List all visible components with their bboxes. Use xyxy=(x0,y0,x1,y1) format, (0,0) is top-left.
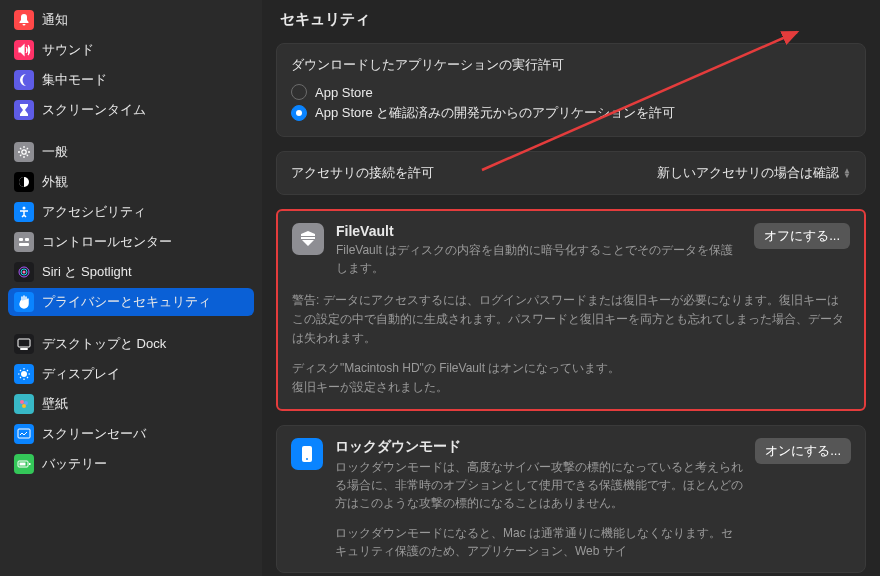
sidebar-item-wall[interactable]: 壁紙 xyxy=(8,390,254,418)
display-icon xyxy=(14,364,34,384)
sidebar-item-label: コントロールセンター xyxy=(42,233,172,251)
sidebar-item-saver[interactable]: スクリーンセーバ xyxy=(8,420,254,448)
sidebar-item-battery[interactable]: バッテリー xyxy=(8,450,254,478)
svg-point-14 xyxy=(22,404,26,408)
cc-icon xyxy=(14,232,34,252)
radio-label: App Store xyxy=(315,85,373,100)
sound-icon xyxy=(14,40,34,60)
main-content: セキュリティ ダウンロードしたアプリケーションの実行許可 App Store A… xyxy=(262,0,880,576)
svg-rect-10 xyxy=(20,348,28,350)
svg-rect-17 xyxy=(29,463,31,465)
lockdown-icon xyxy=(291,438,323,470)
svg-rect-15 xyxy=(18,429,30,438)
hand-icon xyxy=(14,292,34,312)
sidebar-item-moon[interactable]: 集中モード xyxy=(8,66,254,94)
radio-identified-dev[interactable]: App Store と確認済みの開発元からのアプリケーションを許可 xyxy=(291,102,851,124)
access-icon xyxy=(14,202,34,222)
chevron-updown-icon: ▲▼ xyxy=(843,168,851,178)
sidebar-item-cc[interactable]: コントロールセンター xyxy=(8,228,254,256)
sidebar-item-sound[interactable]: サウンド xyxy=(8,36,254,64)
bell-icon xyxy=(14,10,34,30)
download-heading: ダウンロードしたアプリケーションの実行許可 xyxy=(291,56,851,74)
svg-point-8 xyxy=(23,271,26,274)
lockdown-title: ロックダウンモード xyxy=(335,438,743,456)
radio-circle xyxy=(291,84,307,100)
filevault-warning: 警告: データにアクセスするには、ログインパスワードまたは復旧キーが必要になりま… xyxy=(292,291,850,349)
radio-label: App Store と確認済みの開発元からのアプリケーションを許可 xyxy=(315,104,675,122)
sidebar-item-label: 壁紙 xyxy=(42,395,68,413)
filevault-status1: ディスク"Macintosh HD"の FileVault はオンになっています… xyxy=(292,359,850,378)
sidebar-item-label: スクリーンセーバ xyxy=(42,425,146,443)
lockdown-note: ロックダウンモードになると、Mac は通常通りに機能しなくなります。セキュリティ… xyxy=(335,524,743,560)
sidebar-item-gear[interactable]: 一般 xyxy=(8,138,254,166)
sidebar-item-appear[interactable]: 外観 xyxy=(8,168,254,196)
lockdown-desc: ロックダウンモードは、高度なサイバー攻撃の標的になっていると考えられる場合に、非… xyxy=(335,458,743,512)
sidebar-item-label: サウンド xyxy=(42,41,94,59)
filevault-icon xyxy=(292,223,324,255)
sidebar-item-label: スクリーンタイム xyxy=(42,101,146,119)
svg-point-21 xyxy=(306,458,308,460)
sidebar-item-hourglass[interactable]: スクリーンタイム xyxy=(8,96,254,124)
filevault-panel: FileVault FileVault はディスクの内容を自動的に暗号化すること… xyxy=(276,209,866,411)
lockdown-toggle-button[interactable]: オンにする... xyxy=(755,438,851,464)
wall-icon xyxy=(14,394,34,414)
sidebar-item-label: アクセシビリティ xyxy=(42,203,146,221)
sidebar-item-display[interactable]: ディスプレイ xyxy=(8,360,254,388)
filevault-toggle-button[interactable]: オフにする... xyxy=(754,223,850,249)
filevault-title: FileVault xyxy=(336,223,742,239)
lockdown-panel: ロックダウンモード ロックダウンモードは、高度なサイバー攻撃の標的になっていると… xyxy=(276,425,866,573)
radio-circle-selected xyxy=(291,105,307,121)
svg-point-11 xyxy=(21,371,27,377)
hourglass-icon xyxy=(14,100,34,120)
radio-app-store[interactable]: App Store xyxy=(291,82,851,102)
filevault-status2: 復旧キーが設定されました。 xyxy=(292,378,850,397)
gear-icon xyxy=(14,142,34,162)
accessory-select[interactable]: 新しいアクセサリの場合は確認 ▲▼ xyxy=(657,164,851,182)
dock-icon xyxy=(14,334,34,354)
sidebar-item-bell[interactable]: 通知 xyxy=(8,6,254,34)
filevault-desc: FileVault はディスクの内容を自動的に暗号化することでそのデータを保護し… xyxy=(336,241,742,277)
svg-point-12 xyxy=(20,400,24,404)
sidebar-item-label: 通知 xyxy=(42,11,68,29)
svg-point-0 xyxy=(22,150,26,154)
accessory-value: 新しいアクセサリの場合は確認 xyxy=(657,164,839,182)
sidebar-item-label: 一般 xyxy=(42,143,68,161)
sidebar: 通知サウンド集中モードスクリーンタイム一般外観アクセシビリティコントロールセンタ… xyxy=(0,0,262,576)
sidebar-item-hand[interactable]: プライバシーとセキュリティ xyxy=(8,288,254,316)
svg-rect-4 xyxy=(25,238,29,241)
svg-rect-3 xyxy=(19,238,23,241)
svg-rect-5 xyxy=(19,243,29,246)
sidebar-item-dock[interactable]: デスクトップと Dock xyxy=(8,330,254,358)
accessory-label: アクセサリの接続を許可 xyxy=(291,164,434,182)
sidebar-item-label: 外観 xyxy=(42,173,68,191)
moon-icon xyxy=(14,70,34,90)
sidebar-item-label: デスクトップと Dock xyxy=(42,335,166,353)
sidebar-item-label: バッテリー xyxy=(42,455,107,473)
sidebar-item-access[interactable]: アクセシビリティ xyxy=(8,198,254,226)
accessory-panel: アクセサリの接続を許可 新しいアクセサリの場合は確認 ▲▼ xyxy=(276,151,866,195)
sidebar-item-siri[interactable]: Siri と Spotlight xyxy=(8,258,254,286)
appear-icon xyxy=(14,172,34,192)
download-panel: ダウンロードしたアプリケーションの実行許可 App Store App Stor… xyxy=(276,43,866,137)
page-title: セキュリティ xyxy=(276,0,866,43)
sidebar-item-label: Siri と Spotlight xyxy=(42,263,132,281)
svg-rect-18 xyxy=(20,463,26,466)
svg-rect-9 xyxy=(18,339,30,347)
battery-icon xyxy=(14,454,34,474)
siri-icon xyxy=(14,262,34,282)
svg-point-2 xyxy=(23,207,26,210)
sidebar-item-label: プライバシーとセキュリティ xyxy=(42,293,211,311)
saver-icon xyxy=(14,424,34,444)
sidebar-item-label: 集中モード xyxy=(42,71,107,89)
sidebar-item-label: ディスプレイ xyxy=(42,365,120,383)
